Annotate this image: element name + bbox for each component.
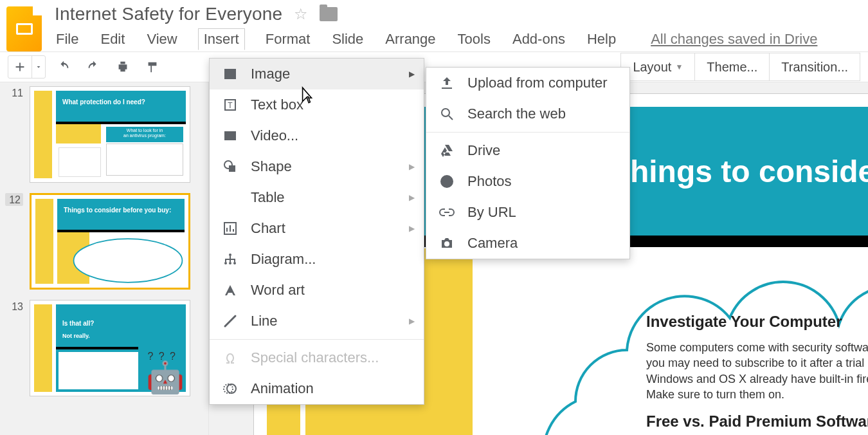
autosave-status[interactable]: All changes saved in Drive	[649, 28, 818, 50]
slide-thumbnails: 11 What protection do I need? What to lo…	[0, 82, 209, 435]
svg-point-5	[224, 262, 227, 264]
layout-button[interactable]: Layout▼	[620, 53, 694, 81]
insert-menu: Image▶ T Text box Video... Shape▶ Table▶…	[209, 58, 424, 405]
svg-text:T: T	[228, 101, 233, 110]
thumb-number: 12	[5, 193, 23, 206]
svg-point-11	[442, 109, 449, 116]
move-to-folder-icon[interactable]	[320, 7, 338, 21]
svg-rect-3	[229, 165, 235, 172]
word-art-icon	[221, 281, 239, 299]
new-slide-dropdown[interactable]	[32, 55, 45, 79]
thumb-subtitle: What to look for inan antivirus program:	[106, 127, 183, 142]
svg-point-7	[233, 262, 236, 264]
menu-item-animation[interactable]: Animation	[210, 373, 424, 404]
image-submenu: Upload from computer Search the web Driv…	[426, 67, 630, 259]
link-icon	[438, 203, 456, 221]
image-icon	[221, 65, 239, 83]
menu-tools[interactable]: Tools	[457, 28, 492, 50]
slide-paragraph-1: Some computers come with security softwa…	[646, 340, 868, 402]
thumb-slide-13[interactable]: Is that all? Not really. ? ? ? 🤖	[30, 300, 190, 396]
thumb-slide-12[interactable]: Things to consider before you buy:	[30, 193, 190, 290]
submenu-search-the-web[interactable]: Search the web	[426, 98, 629, 129]
print-button[interactable]	[111, 55, 134, 79]
menu-item-image[interactable]: Image▶	[210, 59, 424, 89]
menu-format[interactable]: Format	[264, 28, 312, 50]
submenu-camera[interactable]: Camera	[426, 228, 629, 259]
menu-addons[interactable]: Add-ons	[511, 28, 566, 50]
menu-item-table[interactable]: Table▶	[210, 182, 424, 213]
chart-icon	[221, 219, 239, 237]
thumb-subtitle: Not really.	[62, 333, 90, 339]
menu-file[interactable]: File	[55, 28, 80, 50]
svg-point-13	[444, 241, 449, 246]
slide-subheading-1: Investigate Your Computer	[646, 313, 868, 331]
upload-icon	[438, 74, 456, 92]
menu-item-special-characters: Special characters...	[210, 342, 424, 373]
transition-button[interactable]: Transition...	[769, 53, 860, 81]
svg-point-0	[74, 239, 183, 282]
slide-subheading-2: Free vs. Paid Premium Software	[646, 412, 868, 430]
new-slide-button[interactable]	[8, 55, 32, 79]
submenu-drive[interactable]: Drive	[426, 135, 629, 166]
submenu-upload-from-computer[interactable]: Upload from computer	[426, 68, 629, 98]
table-icon	[221, 189, 239, 207]
photos-icon	[438, 172, 456, 190]
thumb-slide-11[interactable]: What protection do I need? What to look …	[30, 86, 190, 183]
submenu-by-url[interactable]: By URL	[426, 197, 629, 228]
thumb-number: 13	[5, 300, 23, 313]
slide-heading: Things to consider	[611, 154, 868, 189]
doc-title[interactable]: Internet Safety for Everyone	[55, 4, 282, 24]
thumb-title: Things to consider before you buy:	[64, 207, 171, 214]
menu-item-shape[interactable]: Shape▶	[210, 151, 424, 182]
search-icon	[438, 105, 456, 123]
menu-item-chart[interactable]: Chart▶	[210, 213, 424, 244]
menubar: File Edit View Insert Format Slide Arran…	[55, 28, 862, 50]
menu-edit[interactable]: Edit	[99, 28, 126, 50]
app-icon[interactable]	[6, 6, 42, 51]
menu-arrange[interactable]: Arrange	[384, 28, 437, 50]
menu-item-diagram[interactable]: Diagram...	[210, 244, 424, 275]
diagram-icon	[221, 250, 239, 268]
star-icon[interactable]: ☆	[294, 5, 308, 23]
animation-icon	[221, 380, 239, 398]
menu-item-text-box[interactable]: T Text box	[210, 89, 424, 120]
svg-line-12	[449, 116, 453, 120]
camera-icon	[438, 234, 456, 252]
thumb-title: What protection do I need?	[62, 98, 145, 106]
svg-point-6	[229, 262, 231, 264]
menu-item-word-art[interactable]: Word art	[210, 275, 424, 306]
theme-button[interactable]: Theme...	[694, 53, 769, 81]
thumb-title: Is that all?	[62, 320, 94, 327]
menu-view[interactable]: View	[145, 28, 178, 50]
menu-insert[interactable]: Insert	[198, 28, 245, 50]
paint-format-button[interactable]	[141, 55, 164, 79]
menu-help[interactable]: Help	[586, 28, 617, 50]
robot-image: 🤖	[146, 362, 185, 393]
redo-button[interactable]	[82, 55, 105, 79]
drive-icon	[438, 142, 456, 160]
undo-button[interactable]	[52, 55, 75, 79]
thumb-number: 11	[5, 86, 23, 99]
text-box-icon: T	[221, 96, 239, 114]
special-characters-icon	[221, 349, 239, 367]
line-icon	[221, 312, 239, 330]
svg-point-4	[229, 254, 231, 256]
menu-slide[interactable]: Slide	[330, 28, 365, 50]
shape-icon	[221, 158, 239, 176]
menu-item-video[interactable]: Video...	[210, 120, 424, 151]
submenu-photos[interactable]: Photos	[426, 166, 629, 197]
svg-line-8	[225, 316, 235, 326]
menu-item-line[interactable]: Line▶	[210, 306, 424, 337]
video-icon	[221, 127, 239, 145]
